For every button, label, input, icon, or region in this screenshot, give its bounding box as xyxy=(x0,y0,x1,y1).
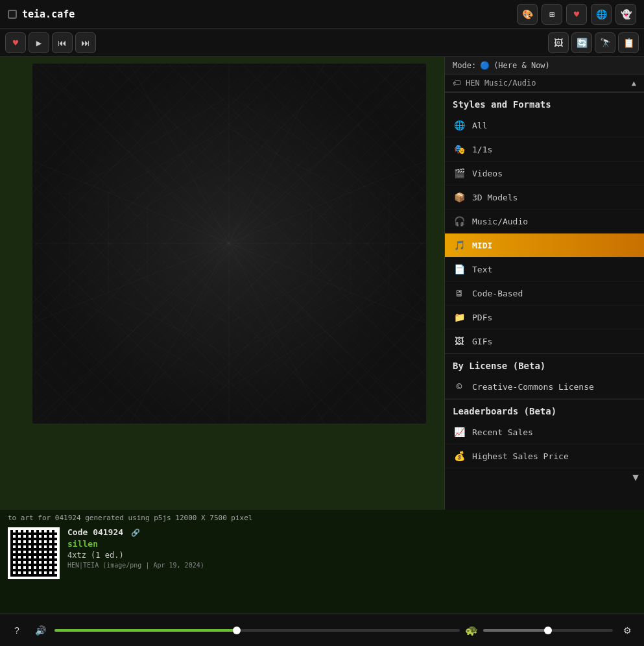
leaderboards-section-header: Leaderboards (Beta) xyxy=(445,399,644,420)
progress-slider[interactable] xyxy=(54,629,460,632)
art-info-small: HEN|TEIA (image/png | Apr 19, 2024) xyxy=(67,562,204,569)
volume-fill xyxy=(483,629,548,632)
menu-item-videos[interactable]: 🎬 Videos xyxy=(445,162,644,185)
midi-label: MIDI xyxy=(472,241,492,250)
play-tool-btn[interactable]: ▶ xyxy=(29,32,49,53)
midi-icon: 🎵 xyxy=(453,239,466,252)
toolbar: ♥ ▶ ⏮ ⏭ 🖼 🔄 🔭 📋 xyxy=(0,29,644,57)
gifs-label: GIFs xyxy=(472,337,492,346)
mode-icon: 🔵 xyxy=(480,61,490,70)
menu-item-creative-commons[interactable]: © Creative-Commons License xyxy=(445,375,644,399)
main-content: 💬 🖌 xyxy=(0,57,644,585)
heart-tool-btn[interactable]: ♥ xyxy=(5,32,26,53)
art-link-icon[interactable]: 🔗 xyxy=(131,529,140,537)
canvas-area xyxy=(0,57,444,585)
code-based-label: Code-Based xyxy=(472,289,523,298)
progress-thumb[interactable] xyxy=(233,627,241,634)
image-tool-btn[interactable]: 🖼 xyxy=(548,32,569,53)
art-title: Code 041924 🔗 xyxy=(67,527,204,537)
all-icon: 🌐 xyxy=(453,119,466,132)
progress-fill xyxy=(54,629,237,632)
chevron-down-icon: ▼ xyxy=(632,471,639,483)
menu-item-pdfs[interactable]: 📁 PDFs xyxy=(445,305,644,329)
palette-nav-btn[interactable]: 🎨 xyxy=(517,4,538,25)
menu-item-highest-sales[interactable]: 💰 Highest Sales Price xyxy=(445,444,644,468)
brand-icon xyxy=(8,10,17,19)
nav-icons-group: 🎨 ⊞ ♥ 🌐 👻 xyxy=(517,4,636,25)
art-info-row: Code 041924 🔗 sillen 4xtz (1 ed.) HEN|TE… xyxy=(8,527,636,579)
menu-item-gifs[interactable]: 🖼 GIFs xyxy=(445,329,644,353)
highest-sales-icon: 💰 xyxy=(453,449,466,462)
brand-logo[interactable]: teia.cafe xyxy=(8,8,75,20)
qr-inner xyxy=(10,530,57,577)
highest-sales-label: Highest Sales Price xyxy=(472,451,569,461)
hen-chevron-up: ▲ xyxy=(632,78,636,88)
art-description: to art for 041924 generated using p5js 1… xyxy=(8,514,636,522)
brand-name: teia.cafe xyxy=(22,8,75,20)
styles-section-header: Styles and Formats xyxy=(445,92,644,114)
svg-point-38 xyxy=(99,126,359,360)
volume-slider[interactable] xyxy=(483,629,613,632)
artwork-display xyxy=(32,64,426,424)
menu-item-all[interactable]: 🌐 All xyxy=(445,114,644,138)
cc-label: Creative-Commons License xyxy=(472,382,594,392)
bottom-info-area: to art for 041924 generated using p5js 1… xyxy=(0,510,644,614)
top-navigation: teia.cafe 🎨 ⊞ ♥ 🌐 👻 xyxy=(0,0,644,29)
next-tool-btn[interactable]: ⏭ xyxy=(75,32,96,53)
art-author[interactable]: sillen xyxy=(67,539,204,549)
menu-item-code-based[interactable]: 🖥 Code-Based xyxy=(445,281,644,305)
gifs-icon: 🖼 xyxy=(453,335,466,348)
videos-icon: 🎬 xyxy=(453,167,466,180)
globe-nav-btn[interactable]: 🌐 xyxy=(591,4,612,25)
settings-button[interactable]: ⚙ xyxy=(618,621,636,640)
recent-sales-icon: 📈 xyxy=(453,425,466,438)
videos-label: Videos xyxy=(472,169,503,178)
hen-icon: 🏷 xyxy=(453,78,460,88)
grid-nav-btn[interactable]: ⊞ xyxy=(542,4,562,25)
menu-item-3d-models[interactable]: 📦 3D Models xyxy=(445,185,644,209)
recent-sales-label: Recent Sales xyxy=(472,427,533,437)
volume-button[interactable]: 🔊 xyxy=(31,621,49,640)
prev-tool-btn[interactable]: ⏮ xyxy=(52,32,73,53)
qr-code xyxy=(8,527,60,579)
right-panel[interactable]: Mode: 🔵 (Here & Now) 🏷 HEN Music/Audio ▲… xyxy=(444,57,644,585)
mode-value: (Here & Now) xyxy=(494,61,550,70)
sync-tool-btn[interactable]: 🔄 xyxy=(571,32,592,53)
menu-item-text[interactable]: 📄 Text xyxy=(445,257,644,281)
code-based-icon: 🖥 xyxy=(453,287,466,300)
3d-models-icon: 📦 xyxy=(453,191,466,204)
ghost-nav-btn[interactable]: 👻 xyxy=(615,4,636,25)
art-metadata: Code 041924 🔗 sillen 4xtz (1 ed.) HEN|TE… xyxy=(67,527,204,569)
telescope-tool-btn[interactable]: 🔭 xyxy=(595,32,615,53)
mode-bar: Mode: 🔵 (Here & Now) xyxy=(445,57,644,75)
heart-nav-btn[interactable]: ♥ xyxy=(566,4,587,25)
license-section-header: By License (Beta) xyxy=(445,353,644,375)
cc-icon: © xyxy=(453,380,466,393)
clipboard-tool-btn[interactable]: 📋 xyxy=(618,32,639,53)
volume-thumb[interactable] xyxy=(544,627,552,634)
artwork-inner xyxy=(32,64,426,424)
playbar: ? 🔊 🐢 ⚙ xyxy=(0,614,644,646)
text-label: Text xyxy=(472,265,492,274)
music-audio-icon: 🎧 xyxy=(453,215,466,228)
mode-label: Mode: xyxy=(453,61,476,70)
hen-row[interactable]: 🏷 HEN Music/Audio ▲ xyxy=(445,75,644,92)
turtle-icon: 🐢 xyxy=(465,624,478,636)
help-button[interactable]: ? xyxy=(8,621,26,640)
pdfs-label: PDFs xyxy=(472,313,492,322)
pdfs-icon: 📁 xyxy=(453,311,466,324)
1-1s-label: 1/1s xyxy=(472,145,492,154)
3d-models-label: 3D Models xyxy=(472,193,518,202)
artwork-svg xyxy=(32,64,426,424)
menu-item-music-audio[interactable]: 🎧 Music/Audio xyxy=(445,209,644,233)
text-icon: 📄 xyxy=(453,263,466,276)
music-audio-label: Music/Audio xyxy=(472,217,528,226)
all-label: All xyxy=(472,121,487,130)
menu-item-1-1s[interactable]: 🎭 1/1s xyxy=(445,138,644,162)
hen-label: HEN Music/Audio xyxy=(466,78,536,88)
menu-item-midi[interactable]: 🎵 MIDI xyxy=(445,233,644,257)
art-price: 4xtz (1 ed.) xyxy=(67,551,204,560)
1-1s-icon: 🎭 xyxy=(453,143,466,156)
menu-item-recent-sales[interactable]: 📈 Recent Sales xyxy=(445,420,644,444)
art-title-text: Code 041924 xyxy=(67,527,123,537)
